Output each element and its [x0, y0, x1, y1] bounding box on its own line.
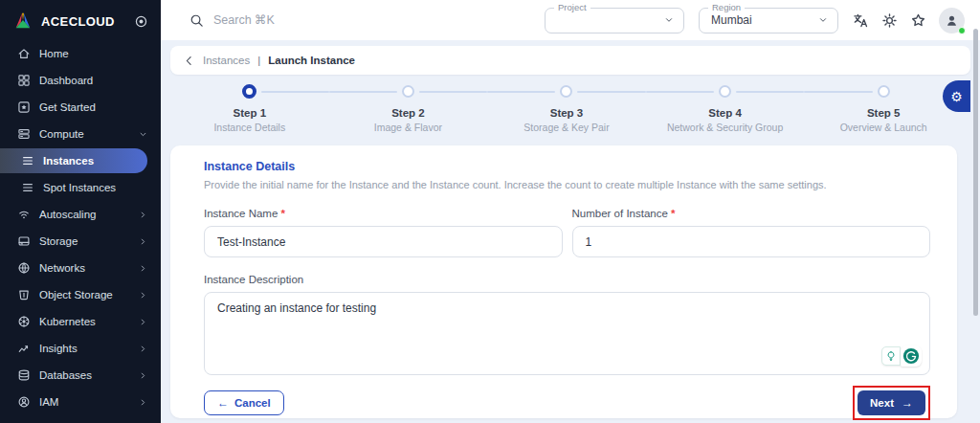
- stepper-step-5[interactable]: Step 5Overview & Launch: [804, 84, 963, 133]
- favorites-icon[interactable]: [910, 12, 926, 29]
- storage-icon: [17, 234, 31, 248]
- required-asterisk: *: [671, 208, 675, 219]
- user-icon: [945, 13, 959, 28]
- sidebar-item-label: Compute: [39, 128, 129, 140]
- sidebar-item-insights[interactable]: Insights: [0, 335, 161, 362]
- sidebar-item-autoscaling[interactable]: Autoscaling: [0, 201, 161, 228]
- sidebar-item-label: Home: [39, 48, 148, 59]
- brand-name: ACECLOUD: [41, 14, 115, 29]
- instance-details-card: Instance Details Provide the initial nam…: [170, 145, 957, 418]
- chevron-right-icon: [138, 290, 148, 301]
- step-subtitle: Image & Flavor: [374, 122, 442, 133]
- sidebar-item-label: Databases: [39, 369, 129, 381]
- sidebar-item-storage[interactable]: Storage: [0, 228, 161, 255]
- step-dot: [402, 85, 414, 98]
- required-asterisk: *: [281, 208, 285, 219]
- topbar-icon-group: [853, 12, 926, 29]
- chevron-right-icon: [138, 317, 148, 327]
- instance-name-input[interactable]: [204, 226, 563, 257]
- brand: ACECLOUD: [0, 0, 161, 40]
- sidebar-item-label: Autoscaling: [39, 209, 129, 220]
- breadcrumb: Instances | Launch Instance: [170, 46, 970, 75]
- stepper-step-2[interactable]: Step 2Image & Flavor: [329, 84, 488, 133]
- sidebar-item-spot-instances[interactable]: Spot Instances: [0, 174, 161, 201]
- settings-tab[interactable]: ⚙: [943, 80, 970, 112]
- main-area: Project Region Mumbai Instances |: [161, 0, 980, 423]
- dashboard-icon: [17, 74, 31, 87]
- chevron-right-icon: [138, 344, 148, 354]
- sidebar-item-label: Storage: [39, 235, 129, 247]
- form-actions: ← Cancel Next →: [204, 386, 930, 420]
- grammar-assistant-icon[interactable]: [901, 345, 922, 367]
- chevron-right-icon: [138, 397, 148, 408]
- fields-row: Instance Name * Number of Instance *: [204, 208, 930, 257]
- step-dot: [719, 85, 731, 98]
- compute-icon: [17, 127, 31, 141]
- breadcrumb-current: Launch Instance: [268, 55, 355, 66]
- sidebar-item-databases[interactable]: Databases: [0, 362, 161, 389]
- sidebar-item-compute[interactable]: Compute: [0, 121, 161, 147]
- sidebar-item-networks[interactable]: Networks: [0, 255, 161, 281]
- autoscaling-icon: [17, 208, 31, 221]
- sidebar-item-instances[interactable]: Instances: [0, 148, 147, 173]
- launch-instance-page: ACECLOUD HomeDashboardGet StartedCompute…: [0, 0, 980, 423]
- gear-icon: ⚙: [950, 89, 963, 104]
- theme-icon[interactable]: [881, 12, 898, 29]
- translate-icon[interactable]: [853, 12, 869, 29]
- acecloud-logo: [12, 11, 33, 32]
- sidebar-item-dashboard[interactable]: Dashboard: [0, 67, 161, 94]
- iam-icon: [17, 395, 31, 409]
- breadcrumb-parent[interactable]: Instances: [203, 55, 250, 66]
- sidebar-item-label: Dashboard: [39, 75, 148, 86]
- chevron-down-icon: [663, 14, 675, 26]
- instance-count-input[interactable]: [572, 226, 931, 257]
- sidebar-menu: HomeDashboardGet StartedComputeInstances…: [0, 40, 161, 415]
- step-title: Step 5: [867, 107, 901, 119]
- cancel-button[interactable]: ← Cancel: [204, 390, 284, 415]
- sidebar-item-kubernetes[interactable]: Kubernetes: [0, 308, 161, 335]
- stepper-step-4[interactable]: Step 4Network & Security Group: [646, 84, 805, 133]
- region-select-label: Region: [708, 2, 745, 12]
- step-subtitle: Storage & Key Pair: [523, 122, 609, 133]
- step-title: Step 4: [708, 107, 742, 119]
- stepper-step-3[interactable]: Step 3Storage & Key Pair: [487, 84, 646, 133]
- topbar: Project Region Mumbai: [161, 0, 980, 40]
- writing-assistant-widget: [881, 345, 922, 367]
- step-title: Step 1: [234, 107, 267, 119]
- region-select[interactable]: Region Mumbai: [699, 8, 838, 33]
- step-dot: [560, 85, 572, 98]
- sidebar-item-get-started[interactable]: Get Started: [0, 94, 161, 121]
- topbar-actions: Project Region Mumbai: [545, 8, 965, 33]
- instance-name-label: Instance Name *: [204, 208, 563, 219]
- stepper-step-1[interactable]: Step 1Instance Details: [170, 84, 329, 133]
- description-wrap: Creating an instance for testing: [204, 292, 930, 375]
- sidebar-item-label: Kubernetes: [39, 316, 129, 327]
- back-icon[interactable]: [183, 55, 195, 67]
- online-status-dot: [958, 27, 966, 34]
- avatar[interactable]: [939, 8, 965, 33]
- chevron-right-icon: [138, 210, 148, 220]
- databases-icon: [17, 368, 31, 382]
- suggestion-lightbulb-icon[interactable]: [881, 346, 901, 366]
- section-description: Provide the initial name for the Instanc…: [204, 179, 930, 190]
- sidebar-collapse-icon[interactable]: [134, 14, 148, 29]
- step-title: Step 2: [391, 107, 425, 119]
- insights-icon: [17, 342, 31, 355]
- sidebar-item-home[interactable]: Home: [0, 40, 161, 67]
- scrollbar-thumb[interactable]: [973, 29, 978, 316]
- sidebar-item-label: Spot Instances: [43, 182, 148, 193]
- sidebar-item-iam[interactable]: IAM: [0, 389, 161, 415]
- kubernetes-icon: [17, 315, 31, 328]
- chevron-right-icon: [138, 370, 148, 381]
- networks-icon: [17, 261, 31, 275]
- arrow-left-icon: ←: [217, 397, 229, 409]
- next-button[interactable]: Next →: [858, 390, 925, 415]
- step-subtitle: Overview & Launch: [840, 122, 927, 133]
- instance-description-input[interactable]: Creating an instance for testing: [204, 292, 930, 375]
- project-select[interactable]: Project: [545, 8, 684, 33]
- chevron-right-icon: [138, 263, 148, 274]
- sidebar-item-object-storage[interactable]: Object Storage: [0, 281, 161, 308]
- step-dot: [242, 84, 256, 99]
- stepper: Step 1Instance DetailsStep 2Image & Flav…: [170, 84, 963, 133]
- search-input[interactable]: [213, 13, 545, 27]
